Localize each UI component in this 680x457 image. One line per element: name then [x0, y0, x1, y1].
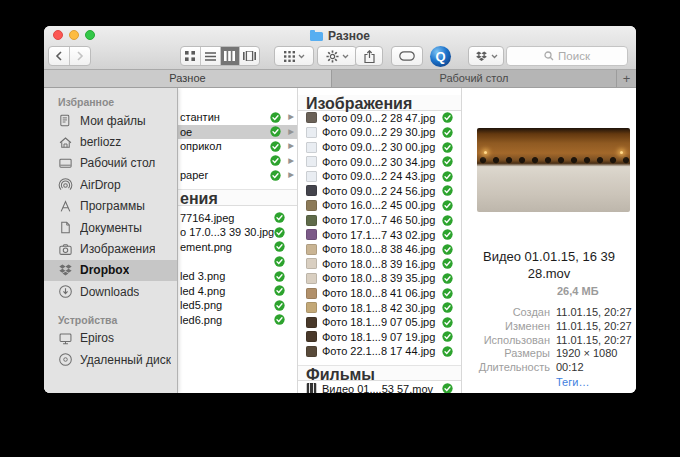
- coverflow-view-button[interactable]: [240, 47, 259, 65]
- sidebar-item-airdrop[interactable]: AirDrop: [44, 174, 177, 195]
- photo-thumbnail-icon: [306, 258, 317, 269]
- file-name: Фото 18.1...8 42 30.jpg: [322, 302, 437, 314]
- file-name: Фото 18.0...8 39 35.jpg: [322, 272, 437, 284]
- file-row[interactable]: Фото 09.0...2 30 34.jpg: [298, 154, 461, 169]
- search-input[interactable]: Поиск: [506, 46, 628, 66]
- file-name: Фото 17.1...7 43 02.jpg: [322, 229, 437, 241]
- icon-view-button[interactable]: [181, 47, 201, 65]
- synced-badge-icon: [442, 346, 453, 357]
- file-name: Фото 09.0...2 30 00.jpg: [322, 141, 437, 153]
- file-row[interactable]: Фото 18.0...8 39 35.jpg: [298, 271, 461, 286]
- item-label: оприкол: [180, 140, 222, 152]
- sidebar-item-desktop[interactable]: Рабочий стол: [44, 153, 177, 174]
- synced-badge-icon: [270, 170, 281, 181]
- file-row[interactable]: Видео 01....53 57.mov: [298, 381, 461, 393]
- sidebar-item-home[interactable]: berliozz: [44, 131, 177, 152]
- photo-thumbnail-icon: [306, 229, 317, 240]
- file-row[interactable]: Фото 18.1...8 42 30.jpg: [298, 300, 461, 315]
- tab-rabochiy-stol[interactable]: Рабочий стол: [332, 70, 617, 87]
- synced-badge-icon: [274, 212, 285, 223]
- sidebar-item-display[interactable]: Epiros: [44, 328, 177, 349]
- metadata-row: Длительность 00:12: [462, 361, 636, 375]
- desktop-background: Разное: [0, 0, 680, 457]
- photo-thumbnail-icon: [306, 127, 317, 138]
- disclosure-arrow-icon: ▶: [288, 168, 294, 183]
- photo-thumbnail-icon: [306, 317, 317, 328]
- file-row[interactable]: Фото 22.1...8 17 44.jpg: [298, 344, 461, 359]
- tags-button[interactable]: [391, 46, 423, 66]
- synced-badge-icon: [270, 155, 281, 166]
- file-row[interactable]: Фото 18.0...8 39 16.jpg: [298, 257, 461, 272]
- metadata-label: Длительность: [462, 361, 550, 375]
- chevron-right-icon: [76, 51, 84, 61]
- file-name: Фото 18.1...9 07 05.jpg: [322, 316, 437, 328]
- photo-thumbnail-icon: [306, 215, 317, 226]
- gear-icon: [326, 50, 339, 63]
- chevron-down-icon: [342, 54, 349, 59]
- file-row[interactable]: Фото 18.1...9 07 19.jpg: [298, 330, 461, 345]
- file-row[interactable]: Фото 18.0...8 41 06.jpg: [298, 286, 461, 301]
- file-row[interactable]: Фото 09.0...2 24 43.jpg: [298, 169, 461, 184]
- file-row[interactable]: Фото 09.0...2 28 47.jpg: [298, 111, 461, 126]
- sidebar-item-document[interactable]: Документы: [44, 217, 177, 238]
- file-row[interactable]: Фото 09.0...2 30 00.jpg: [298, 140, 461, 155]
- file-name: Фото 18.0...8 38 46.jpg: [322, 243, 437, 255]
- coverflow-view-icon: [243, 51, 256, 61]
- synced-badge-icon: [442, 302, 453, 313]
- tab-raznoe[interactable]: Разное: [44, 70, 332, 87]
- metadata-row: Изменен 11.01.15, 20:27: [462, 320, 636, 334]
- share-button[interactable]: [355, 46, 383, 66]
- dropbox-menu-button[interactable]: [468, 46, 504, 66]
- sidebar-item-downloads[interactable]: Downloads: [44, 281, 177, 302]
- file-row[interactable]: Фото 18.0...8 38 46.jpg: [298, 242, 461, 257]
- sidebar-item-label: berliozz: [80, 135, 121, 149]
- file-row[interactable]: Фото 16.0...2 45 00.jpg: [298, 198, 461, 213]
- file-row[interactable]: Фото 17.0...7 46 50.jpg: [298, 213, 461, 228]
- disclosure-arrow-icon: ▶: [288, 139, 294, 154]
- chevron-down-icon: [491, 54, 498, 59]
- photo-thumbnail-icon: [306, 244, 317, 255]
- preview-file-name: Видео 01.01.15, 16 39 28.mov: [462, 248, 636, 282]
- share-icon: [364, 50, 375, 63]
- quicktime-button[interactable]: Q: [430, 46, 451, 67]
- video-thumbnail[interactable]: [477, 128, 630, 212]
- arrange-button[interactable]: [274, 46, 314, 66]
- synced-badge-icon: [270, 141, 281, 152]
- file-row[interactable]: Фото 09.0...2 24 56.jpg: [298, 184, 461, 199]
- column-view-button[interactable]: [221, 47, 241, 65]
- disc-icon: [58, 352, 73, 367]
- tags-link[interactable]: Теги…: [556, 376, 636, 388]
- sidebar-item-documents[interactable]: Мои файлы: [44, 110, 177, 131]
- list-view-button[interactable]: [201, 47, 221, 65]
- item-label: ement.png: [180, 241, 232, 253]
- synced-badge-icon: [442, 112, 453, 123]
- chevron-down-icon: [298, 54, 305, 59]
- nav-buttons: [48, 46, 91, 66]
- action-button[interactable]: [317, 46, 357, 66]
- file-row[interactable]: Фото 18.1...9 07 05.jpg: [298, 315, 461, 330]
- disclosure-arrow-icon: ▶: [288, 125, 294, 140]
- synced-badge-icon: [274, 271, 285, 282]
- group-header: Изображения: [298, 95, 461, 111]
- metadata-row: Создан 11.01.15, 20:27: [462, 306, 636, 320]
- sidebar-item-camera[interactable]: Изображения: [44, 238, 177, 259]
- new-tab-button[interactable]: +: [617, 70, 636, 87]
- sidebar-item-dropbox[interactable]: Dropbox: [44, 260, 177, 281]
- sidebar-item-disc[interactable]: Удаленный диск: [44, 349, 177, 370]
- back-button[interactable]: [49, 47, 70, 65]
- metadata-label: Создан: [462, 306, 550, 320]
- file-row[interactable]: Фото 09.0...2 29 30.jpg: [298, 125, 461, 140]
- camera-icon: [58, 242, 73, 257]
- sidebar-section-header: Устройства: [44, 312, 177, 328]
- synced-badge-icon: [442, 156, 453, 167]
- quicktime-q-glyph: Q: [435, 49, 445, 64]
- synced-badge-icon: [442, 288, 453, 299]
- metadata-value: 11.01.15, 20:27: [556, 334, 632, 348]
- synced-badge-icon: [274, 241, 285, 252]
- forward-button[interactable]: [70, 47, 90, 65]
- file-row[interactable]: Фото 17.1...7 43 02.jpg: [298, 227, 461, 242]
- synced-badge-icon: [274, 314, 285, 325]
- synced-badge-icon: [442, 317, 453, 328]
- sidebar-item-applications[interactable]: Программы: [44, 196, 177, 217]
- dropbox-icon: [58, 263, 73, 278]
